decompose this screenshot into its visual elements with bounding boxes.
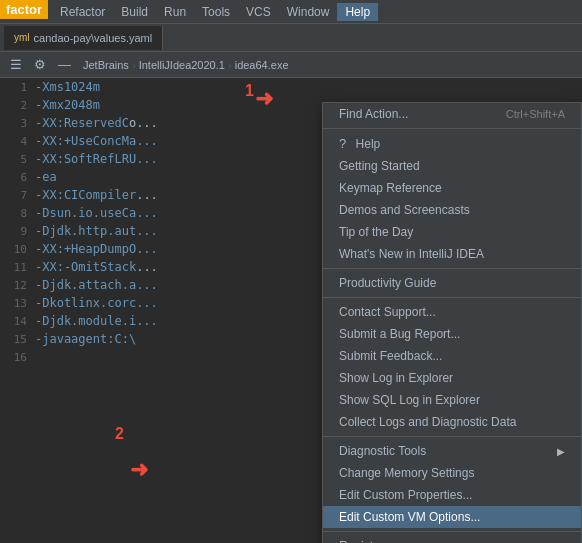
menu-separator-3 [323,297,581,298]
breadcrumb-jetbrains: JetBrains [83,59,129,71]
menubar-help[interactable]: Help [337,3,378,21]
menu-submit-bug[interactable]: Submit a Bug Report... [323,323,581,345]
menu-edit-vm-options[interactable]: Edit Custom VM Options... [323,506,581,528]
submenu-arrow-icon: ▶ [557,446,565,457]
help-dropdown-menu: Find Action... Ctrl+Shift+A ? Help Getti… [322,102,582,543]
menu-diagnostic-tools[interactable]: Diagnostic Tools ▶ [323,440,581,462]
menu-separator-4 [323,436,581,437]
toggle-btn[interactable]: ☰ [6,55,26,74]
main-area: 1-Xms1024m 2-Xmx2048m 3-XX:ReservedCo...… [0,78,582,543]
menu-demos[interactable]: Demos and Screencasts [323,199,581,221]
menu-keymap-reference[interactable]: Keymap Reference [323,177,581,199]
menu-show-log[interactable]: Show Log in Explorer [323,367,581,389]
menu-register[interactable]: Register... [323,535,581,543]
editor-tab[interactable]: yml candao-pay\values.yaml [4,26,163,50]
minimize-btn[interactable]: — [54,55,75,74]
menu-getting-started[interactable]: Getting Started [323,155,581,177]
breadcrumb: JetBrains › IntelliJIdea2020.1 › idea64.… [83,59,289,71]
breadcrumb-exe: idea64.exe [235,59,289,71]
annotation-arrow-1: ➜ [255,86,273,112]
menu-submit-feedback[interactable]: Submit Feedback... [323,345,581,367]
breadcrumb-idea: IntelliJIdea2020.1 [139,59,225,71]
annotation-number-1: 1 [245,82,254,100]
settings-btn[interactable]: ⚙ [30,55,50,74]
tab-filename: candao-pay\values.yaml [34,32,153,44]
menu-productivity[interactable]: Productivity Guide [323,272,581,294]
menubar-tools[interactable]: Tools [194,3,238,21]
menu-separator-2 [323,268,581,269]
menu-edit-custom-props[interactable]: Edit Custom Properties... [323,484,581,506]
factor-label: factor [6,2,42,17]
menu-separator [323,128,581,129]
menu-find-action[interactable]: Find Action... Ctrl+Shift+A [323,103,581,125]
menu-separator-5 [323,531,581,532]
menu-collect-logs[interactable]: Collect Logs and Diagnostic Data [323,411,581,433]
table-row: 1-Xms1024m [0,78,582,96]
factor-logo: factor [0,0,48,19]
toolbar: ☰ ⚙ — JetBrains › IntelliJIdea2020.1 › i… [0,52,582,78]
menu-show-sql-log[interactable]: Show SQL Log in Explorer [323,389,581,411]
menu-change-memory[interactable]: Change Memory Settings [323,462,581,484]
menubar-window[interactable]: Window [279,3,338,21]
menu-tip-of-day[interactable]: Tip of the Day [323,221,581,243]
menubar-build[interactable]: Build [113,3,156,21]
menu-whats-new[interactable]: What's New in IntelliJ IDEA [323,243,581,265]
menubar-vcs[interactable]: VCS [238,3,279,21]
tabbar: yml candao-pay\values.yaml [0,24,582,52]
menu-contact-support[interactable]: Contact Support... [323,301,581,323]
menubar-refactor[interactable]: Refactor [52,3,113,21]
yaml-icon: yml [14,32,30,43]
annotation-number-2: 2 [115,425,124,443]
annotation-arrow-2: ➜ [130,457,148,483]
menubar-run[interactable]: Run [156,3,194,21]
menubar: Refactor Build Run Tools VCS Window Help [0,0,582,24]
menu-help[interactable]: ? Help [323,132,581,155]
